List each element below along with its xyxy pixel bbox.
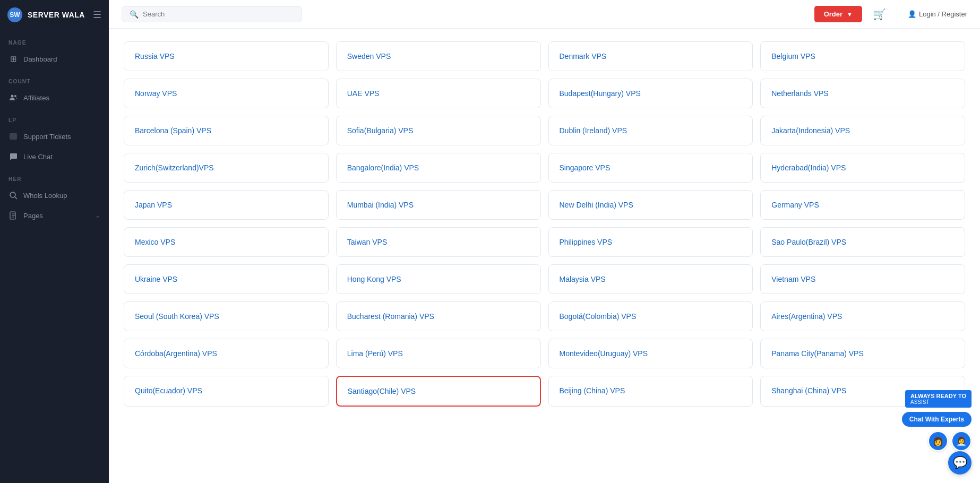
topbar-divider: [897, 6, 897, 22]
vps-card[interactable]: Singapore VPS: [548, 153, 753, 183]
vps-card[interactable]: Bucharest (Romania) VPS: [336, 301, 541, 331]
vps-link[interactable]: Philippines VPS: [560, 238, 613, 246]
vps-card[interactable]: Japan VPS: [124, 190, 329, 220]
vps-link[interactable]: Ukraine VPS: [135, 275, 177, 283]
vps-link[interactable]: Panama City(Panama) VPS: [771, 349, 864, 358]
vps-link[interactable]: Netherlands VPS: [771, 89, 828, 98]
vps-card[interactable]: Mexico VPS: [124, 227, 329, 257]
vps-link[interactable]: Germany VPS: [771, 201, 819, 209]
svg-point-0: [11, 95, 14, 98]
vps-card[interactable]: Hong Kong VPS: [336, 264, 541, 294]
vps-link[interactable]: Bangalore(India) VPS: [347, 163, 419, 172]
vps-link[interactable]: Shanghai (China) VPS: [771, 386, 846, 395]
vps-card[interactable]: Aires(Argentina) VPS: [760, 301, 965, 331]
vps-card[interactable]: Sao Paulo(Brazil) VPS: [760, 227, 965, 257]
sidebar-item-affiliates[interactable]: Affiliates: [0, 88, 109, 108]
vps-card[interactable]: Denmark VPS: [548, 41, 753, 71]
vps-link[interactable]: Hyderabad(India) VPS: [771, 163, 846, 172]
vps-card[interactable]: Malaysia VPS: [548, 264, 753, 294]
vps-link[interactable]: Dublin (Ireland) VPS: [560, 126, 627, 135]
vps-card[interactable]: Philippines VPS: [548, 227, 753, 257]
vps-link[interactable]: Russia VPS: [135, 52, 175, 61]
vps-link[interactable]: Budapest(Hungary) VPS: [560, 89, 641, 98]
vps-card[interactable]: Jakarta(Indonesia) VPS: [760, 116, 965, 145]
vps-card[interactable]: Russia VPS: [124, 41, 329, 71]
vps-link[interactable]: Santiago(Chile) VPS: [348, 387, 416, 395]
vps-link[interactable]: Seoul (South Korea) VPS: [135, 312, 219, 321]
vps-link[interactable]: Japan VPS: [135, 201, 172, 209]
vps-card[interactable]: Norway VPS: [124, 79, 329, 108]
chat-with-experts-button[interactable]: Chat With Experts: [902, 412, 972, 427]
vps-link[interactable]: Sweden VPS: [347, 52, 391, 61]
sidebar-item-whois-lookup[interactable]: Whois Lookup: [0, 185, 109, 205]
search-input[interactable]: [143, 10, 294, 18]
hamburger-button[interactable]: ☰: [93, 9, 101, 21]
vps-link[interactable]: Singapore VPS: [560, 163, 611, 172]
vps-card[interactable]: Zurich(Switzerland)VPS: [124, 153, 329, 183]
vps-card[interactable]: Lima (Perú) VPS: [336, 339, 541, 368]
vps-card[interactable]: Sofia(Bulgaria) VPS: [336, 116, 541, 145]
vps-card[interactable]: Dublin (Ireland) VPS: [548, 116, 753, 145]
vps-card[interactable]: Panama City(Panama) VPS: [760, 339, 965, 368]
vps-link[interactable]: New Delhi (India) VPS: [560, 201, 633, 209]
vps-card[interactable]: Mumbai (India) VPS: [336, 190, 541, 220]
logo-icon: SW: [7, 7, 22, 22]
vps-link[interactable]: Vietnam VPS: [771, 275, 815, 283]
vps-link[interactable]: Hong Kong VPS: [347, 275, 401, 283]
vps-card[interactable]: Seoul (South Korea) VPS: [124, 301, 329, 331]
vps-card[interactable]: Quito(Ecuador) VPS: [124, 376, 329, 407]
vps-link[interactable]: Norway VPS: [135, 89, 177, 98]
vps-link[interactable]: Montevideo(Uruguay) VPS: [560, 349, 648, 358]
login-register-link[interactable]: 👤 Login / Register: [908, 10, 967, 18]
vps-link[interactable]: Bucharest (Romania) VPS: [347, 312, 434, 321]
vps-card[interactable]: Bangalore(India) VPS: [336, 153, 541, 183]
vps-link[interactable]: Zurich(Switzerland)VPS: [135, 163, 214, 172]
sidebar-item-pages[interactable]: Pages ⌄: [0, 205, 109, 226]
vps-card[interactable]: Taiwan VPS: [336, 227, 541, 257]
vps-link[interactable]: UAE VPS: [347, 89, 380, 98]
vps-card[interactable]: Barcelona (Spain) VPS: [124, 116, 329, 145]
vps-link[interactable]: Taiwan VPS: [347, 238, 387, 246]
vps-card[interactable]: New Delhi (India) VPS: [548, 190, 753, 220]
sidebar-item-support-tickets[interactable]: Support Tickets: [0, 126, 109, 146]
search-wrap[interactable]: 🔍: [122, 6, 302, 22]
chat-avatar-1[interactable]: 👩: [928, 431, 948, 451]
vps-link[interactable]: Sofia(Bulgaria) VPS: [347, 126, 414, 135]
vps-card[interactable]: Sweden VPS: [336, 41, 541, 71]
sidebar-item-live-chat[interactable]: Live Chat: [0, 146, 109, 167]
vps-card[interactable]: Netherlands VPS: [760, 79, 965, 108]
vps-card[interactable]: Hyderabad(India) VPS: [760, 153, 965, 183]
vps-link[interactable]: Quito(Ecuador) VPS: [135, 386, 202, 395]
vps-link[interactable]: Aires(Argentina) VPS: [771, 312, 842, 321]
vps-card[interactable]: Vietnam VPS: [760, 264, 965, 294]
vps-link[interactable]: Mumbai (India) VPS: [347, 201, 414, 209]
chat-avatar-2[interactable]: 👩‍💼: [951, 431, 972, 451]
vps-card[interactable]: Belgium VPS: [760, 41, 965, 71]
vps-card[interactable]: Ukraine VPS: [124, 264, 329, 294]
vps-link[interactable]: Beijing (China) VPS: [560, 386, 625, 395]
cart-icon[interactable]: 🛒: [873, 8, 886, 21]
sidebar-affiliates-label: Affiliates: [23, 94, 100, 102]
order-button[interactable]: Order ▼: [814, 6, 862, 22]
vps-card[interactable]: Bogotá(Colombia) VPS: [548, 301, 753, 331]
vps-link[interactable]: Jakarta(Indonesia) VPS: [771, 126, 850, 135]
vps-link[interactable]: Barcelona (Spain) VPS: [135, 126, 211, 135]
vps-card[interactable]: Germany VPS: [760, 190, 965, 220]
vps-link[interactable]: Sao Paulo(Brazil) VPS: [771, 238, 846, 246]
vps-card[interactable]: Budapest(Hungary) VPS: [548, 79, 753, 108]
vps-link[interactable]: Bogotá(Colombia) VPS: [560, 312, 637, 321]
vps-card[interactable]: Montevideo(Uruguay) VPS: [548, 339, 753, 368]
vps-link[interactable]: Denmark VPS: [560, 52, 607, 61]
vps-card[interactable]: UAE VPS: [336, 79, 541, 108]
vps-card[interactable]: Córdoba(Argentina) VPS: [124, 339, 329, 368]
vps-link[interactable]: Malaysia VPS: [560, 275, 606, 283]
vps-card[interactable]: Beijing (China) VPS: [548, 376, 753, 407]
chat-bubble-button[interactable]: 💬: [948, 451, 972, 475]
vps-link[interactable]: Lima (Perú) VPS: [347, 349, 403, 358]
vps-link[interactable]: Córdoba(Argentina) VPS: [135, 349, 217, 358]
vps-link[interactable]: Belgium VPS: [771, 52, 815, 61]
sidebar-item-dashboard[interactable]: ⊞ Dashboard: [0, 49, 109, 69]
vps-link[interactable]: Mexico VPS: [135, 238, 175, 246]
vps-card[interactable]: Santiago(Chile) VPS: [336, 376, 541, 407]
svg-rect-2: [10, 133, 17, 140]
